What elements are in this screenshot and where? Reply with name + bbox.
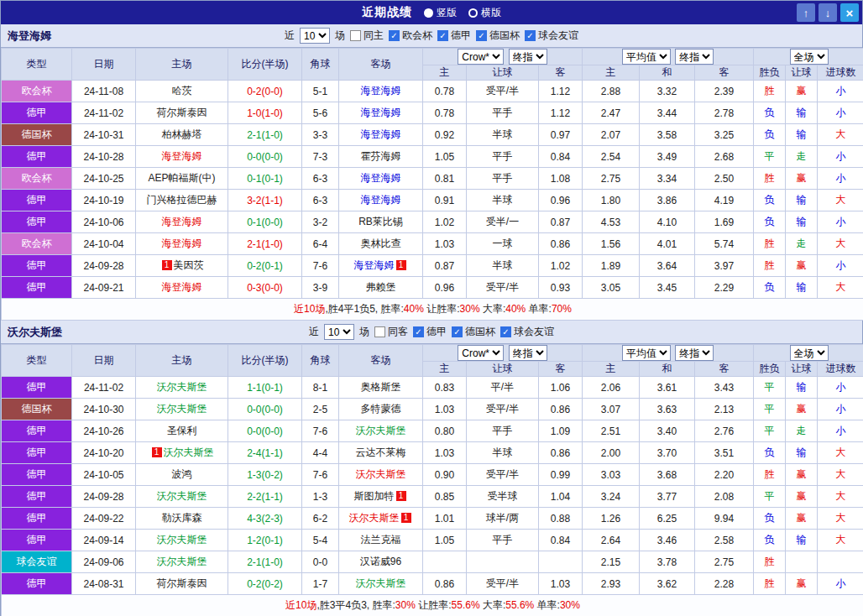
col-result-wdl: 胜负 — [754, 362, 786, 377]
away-team-cell: 霍芬海姆 — [339, 146, 423, 168]
league-checkbox[interactable]: ✓德国杯 — [452, 325, 495, 339]
match-count-select[interactable]: 10 — [324, 324, 354, 340]
summary-segment: 单率: — [526, 303, 552, 315]
radio-selected-icon — [424, 8, 433, 18]
score-cell: 0-2(0-2) — [228, 573, 302, 595]
odds-final-select[interactable]: 终指 — [509, 49, 547, 65]
avg-odds-draw: 3.86 — [640, 190, 695, 211]
arrow-up-button[interactable]: ↑ — [797, 3, 815, 22]
team-name-text: 斯图加特 — [354, 490, 395, 502]
summary-segment: 大率: — [480, 599, 506, 611]
avg-odds-away: 2.68 — [695, 146, 754, 168]
avg-final-select[interactable]: 终指 — [675, 49, 714, 65]
league-checkbox[interactable]: ✓德甲 — [437, 29, 471, 43]
avg-odds-draw: 3.32 — [640, 81, 695, 102]
away-team-cell: 汉诺威96 — [339, 551, 423, 573]
date-cell: 24-10-20 — [72, 442, 136, 464]
col-avg-away: 客 — [695, 362, 754, 377]
avg-odds-draw: 3.44 — [640, 102, 695, 124]
col-score: 比分(半场) — [228, 345, 302, 377]
odds-company-select[interactable]: Crow* — [458, 49, 504, 65]
type-badge: 德甲 — [2, 211, 72, 233]
col-avg-home: 主 — [583, 65, 640, 81]
date-cell: 24-09-22 — [72, 508, 136, 530]
summary-segment: 近10场 — [285, 599, 316, 611]
team-name-text: 海登海姆 — [162, 281, 202, 293]
score-cell: 2-1(1-0) — [228, 233, 302, 255]
avg-odds-home: 1.89 — [583, 255, 640, 277]
team-name-text: 海登海姆 — [354, 259, 395, 271]
summary-row: 近10场,胜4平1负5, 胜率:40% 让胜率:30% 大率:40% 单率:70… — [2, 299, 863, 321]
result-handicap: 赢 — [786, 168, 818, 190]
league-checkbox[interactable]: ✓球会友谊 — [500, 325, 554, 339]
handicap-odds-away: 0.96 — [539, 190, 583, 211]
handicap-odds-away: 0.97 — [539, 124, 583, 146]
scope-select[interactable]: 全场 — [790, 49, 829, 65]
same-venue-checkbox[interactable]: 同主 — [350, 29, 384, 43]
handicap-odds-away: 1.02 — [539, 255, 583, 277]
layout-radio-horizontal[interactable]: 横版 — [468, 6, 501, 20]
avg-odds-draw: 3.61 — [640, 377, 695, 399]
handicap-odds-away: 0.86 — [539, 233, 583, 255]
close-button[interactable]: × — [840, 3, 859, 22]
avg-company-select[interactable]: 平均值 — [622, 49, 671, 65]
team-name-text: 海登海姆 — [361, 194, 401, 206]
corner-cell: 7-6 — [302, 464, 339, 486]
odds-final-select[interactable]: 终指 — [509, 345, 547, 361]
score-cell: 1-1(0-1) — [228, 377, 302, 399]
handicap-odds-line: 平手 — [467, 102, 539, 124]
date-cell: 24-10-28 — [72, 146, 136, 168]
result-group: 全场 — [754, 345, 863, 362]
league-checkbox[interactable]: ✓球会友谊 — [525, 29, 578, 43]
away-team-cell: 弗赖堡 — [339, 277, 423, 299]
date-cell: 24-09-06 — [72, 551, 136, 573]
avg-odds-home: 2.47 — [583, 102, 640, 124]
date-cell: 24-11-02 — [72, 377, 136, 399]
layout-radio-vertical[interactable]: 竖版 — [424, 6, 457, 20]
avg-final-select[interactable]: 终指 — [675, 345, 714, 361]
summary-segment: ,胜3平4负3, 胜率: — [316, 599, 395, 611]
result-wdl: 负 — [754, 102, 786, 124]
team-section: 海登海姆 近10场同主✓欧会杯✓德甲✓德国杯✓球会友谊 类型 日期 主场 比分(… — [1, 24, 862, 321]
summary-segment: 让胜率: — [424, 303, 460, 315]
avg-odds-draw: 3.46 — [640, 530, 695, 551]
checkbox-unchecked-icon — [374, 326, 385, 337]
date-cell: 24-10-26 — [72, 420, 136, 442]
avg-odds-home: 2.06 — [583, 377, 640, 399]
home-team-cell: 海登海姆 — [136, 277, 228, 299]
team-name-text: 云达不莱梅 — [356, 446, 406, 458]
team-name-text: 柏林赫塔 — [162, 128, 202, 140]
checkbox-checked-icon: ✓ — [437, 30, 448, 41]
league-checkbox[interactable]: ✓德国杯 — [476, 29, 520, 43]
match-count-select[interactable]: 10 — [300, 28, 330, 44]
result-wdl: 胜 — [754, 168, 786, 190]
home-team-cell: 沃尔夫斯堡 — [136, 530, 228, 551]
summary-segment: 70% — [552, 303, 572, 315]
checkbox-label: 德国杯 — [465, 325, 495, 339]
section-header: 海登海姆 近10场同主✓欧会杯✓德甲✓德国杯✓球会友谊 — [1, 24, 862, 48]
team-name-text: 海登海姆 — [162, 216, 202, 227]
league-checkbox[interactable]: ✓欧会杯 — [389, 29, 432, 43]
result-handicap: 输 — [786, 377, 818, 399]
average-odds-group: 平均值 终指 — [583, 345, 754, 362]
result-goals: 大 — [818, 530, 863, 551]
handicap-odds-home: 1.01 — [423, 508, 467, 530]
avg-company-select[interactable]: 平均值 — [622, 345, 671, 361]
summary-segment: 30% — [560, 599, 580, 611]
avg-odds-home: 4.53 — [583, 211, 640, 233]
same-venue-checkbox[interactable]: 同客 — [374, 325, 408, 339]
team-name: 沃尔夫斯堡 — [8, 325, 62, 340]
scope-select[interactable]: 全场 — [790, 345, 829, 361]
handicap-odds-away: 0.87 — [539, 211, 583, 233]
result-goals: 大 — [818, 486, 863, 508]
handicap-odds-line: 受半球 — [467, 486, 539, 508]
red-card-badge: 1 — [396, 260, 406, 270]
handicap-odds-away — [539, 551, 583, 573]
checkbox-checked-icon: ✓ — [525, 30, 536, 41]
odds-company-select[interactable]: Crow* — [458, 345, 504, 361]
arrow-down-button[interactable]: ↓ — [819, 3, 837, 22]
league-checkbox[interactable]: ✓德甲 — [413, 325, 447, 339]
result-handicap: 输 — [786, 277, 818, 299]
result-handicap: 赢 — [786, 255, 818, 277]
handicap-odds-home: 0.78 — [423, 102, 467, 124]
